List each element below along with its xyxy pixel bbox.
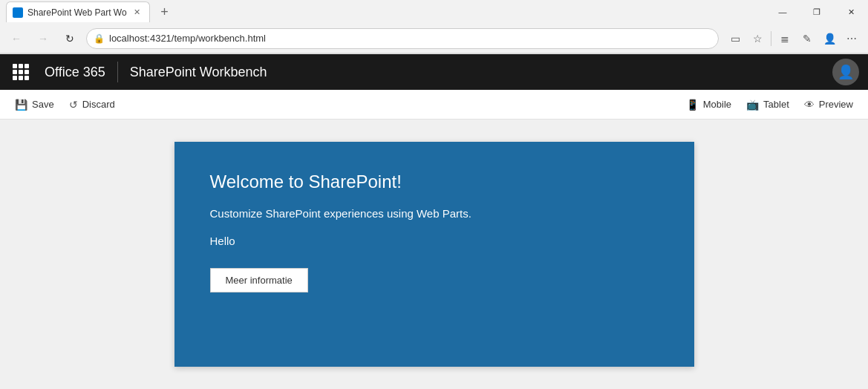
lock-icon: 🔒 [94, 33, 105, 44]
forward-button[interactable]: → [33, 28, 53, 49]
refresh-button[interactable]: ↻ [59, 28, 80, 49]
account-icon[interactable]: 👤 [819, 28, 840, 49]
browser-tab[interactable]: SharePoint Web Part Wo ✕ [6, 1, 150, 22]
user-avatar[interactable]: 👤 [832, 59, 859, 85]
tablet-button[interactable]: 📺 Tablet [740, 93, 795, 117]
save-button[interactable]: 💾 Save [9, 93, 60, 117]
webpart-container: Welcome to SharePoint! Customize SharePo… [174, 142, 694, 367]
header-divider [117, 62, 118, 82]
browser-chrome: SharePoint Web Part Wo ✕ + — ❐ ✕ ← → ↻ 🔒… [0, 0, 868, 54]
settings-more-icon[interactable]: ⋯ [841, 28, 862, 49]
mobile-label: Mobile [703, 99, 731, 110]
discard-icon: ↺ [69, 99, 78, 111]
mobile-icon: 📱 [686, 99, 699, 111]
preview-label: Preview [819, 99, 853, 110]
preview-icon: 👁 [804, 99, 815, 111]
title-bar-left: SharePoint Web Part Wo ✕ + [6, 1, 174, 22]
waffle-dot [13, 76, 17, 80]
toolbar-right: 📱 Mobile 📺 Tablet 👁 Preview [680, 93, 859, 117]
toolbar-divider [771, 31, 771, 46]
workbench-toolbar: 💾 Save ↺ Discard 📱 Mobile 📺 Tablet 👁 Pre… [0, 90, 868, 120]
close-button[interactable]: ✕ [834, 0, 868, 24]
waffle-dot [25, 76, 29, 80]
tab-close-button[interactable]: ✕ [131, 7, 143, 19]
waffle-dot [13, 64, 17, 68]
address-input-wrapper: 🔒 [86, 28, 719, 49]
page-layout: SharePoint Web Part Wo ✕ + — ❐ ✕ ← → ↻ 🔒… [0, 0, 868, 389]
app-name: Office 365 [45, 65, 105, 80]
waffle-dot [19, 70, 23, 74]
webpart-title: Welcome to SharePoint! [210, 171, 659, 192]
waffle-dot [19, 64, 23, 68]
address-input[interactable] [86, 28, 719, 49]
minimize-button[interactable]: — [766, 0, 800, 24]
main-content: Welcome to SharePoint! Customize SharePo… [0, 120, 868, 389]
title-bar: SharePoint Web Part Wo ✕ + — ❐ ✕ [0, 0, 868, 24]
meer-informatie-button[interactable]: Meer informatie [210, 268, 308, 292]
save-label: Save [32, 99, 54, 110]
tablet-label: Tablet [763, 99, 789, 110]
waffle-dot [13, 70, 17, 74]
edit-notes-icon[interactable]: ✎ [797, 28, 818, 49]
waffle-dot [19, 76, 23, 80]
app-title: SharePoint Workbench [130, 65, 267, 80]
tablet-icon: 📺 [746, 99, 759, 111]
hub-icon[interactable]: ≣ [774, 28, 795, 49]
save-icon: 💾 [15, 99, 27, 111]
webpart-hello: Hello [210, 235, 659, 247]
waffle-button[interactable] [9, 60, 33, 84]
mobile-button[interactable]: 📱 Mobile [680, 93, 737, 117]
preview-button[interactable]: 👁 Preview [798, 93, 859, 117]
address-bar: ← → ↻ 🔒 ▭ ☆ ≣ ✎ 👤 ⋯ [0, 24, 868, 53]
browser-toolbar-icons: ▭ ☆ ≣ ✎ 👤 ⋯ [725, 28, 862, 49]
tab-title: SharePoint Web Part Wo [27, 7, 127, 18]
waffle-grid [13, 64, 29, 80]
reading-view-icon[interactable]: ▭ [725, 28, 745, 49]
webpart-description: Customize SharePoint experiences using W… [210, 207, 659, 220]
waffle-dot [25, 70, 29, 74]
favorites-icon[interactable]: ☆ [747, 28, 768, 49]
tab-favicon [13, 7, 23, 18]
maximize-button[interactable]: ❐ [800, 0, 834, 24]
discard-label: Discard [82, 99, 115, 110]
new-tab-button[interactable]: + [156, 3, 174, 21]
waffle-dot [25, 64, 29, 68]
window-controls: — ❐ ✕ [766, 0, 868, 24]
discard-button[interactable]: ↺ Discard [63, 93, 121, 117]
app-header: Office 365 SharePoint Workbench 👤 [0, 54, 868, 90]
back-button[interactable]: ← [6, 28, 27, 49]
